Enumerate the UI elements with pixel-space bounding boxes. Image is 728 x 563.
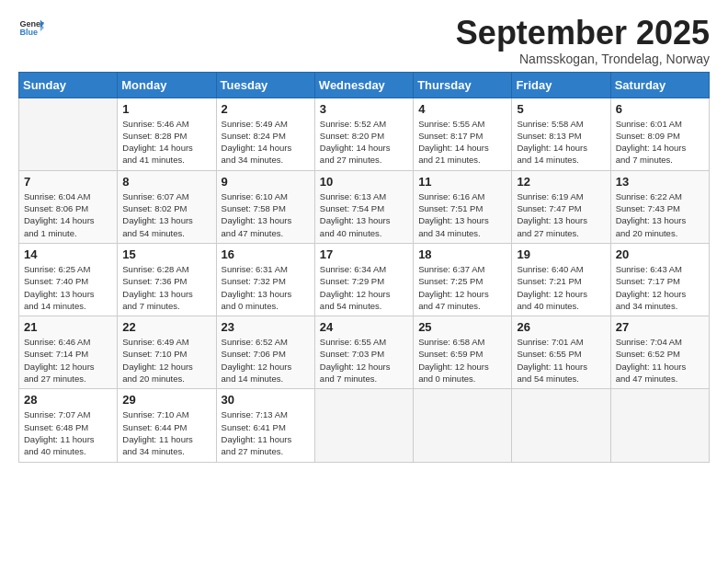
calendar-cell: 20Sunrise: 6:43 AM Sunset: 7:17 PM Dayli… — [610, 243, 709, 316]
day-info: Sunrise: 6:22 AM Sunset: 7:43 PM Dayligh… — [616, 190, 704, 239]
calendar-week-1: 1Sunrise: 5:46 AM Sunset: 8:28 PM Daylig… — [19, 98, 710, 170]
day-number: 14 — [24, 247, 112, 261]
weekday-header-tuesday: Tuesday — [216, 72, 314, 98]
day-number: 27 — [616, 320, 704, 334]
calendar-cell — [512, 389, 610, 462]
day-number: 20 — [616, 247, 704, 261]
calendar-cell: 25Sunrise: 6:58 AM Sunset: 6:59 PM Dayli… — [414, 316, 512, 389]
day-info: Sunrise: 5:55 AM Sunset: 8:17 PM Dayligh… — [418, 118, 506, 167]
day-number: 8 — [122, 175, 210, 189]
svg-text:Blue: Blue — [19, 28, 38, 37]
day-number: 13 — [616, 175, 704, 189]
calendar-cell: 30Sunrise: 7:13 AM Sunset: 6:41 PM Dayli… — [216, 389, 314, 462]
day-info: Sunrise: 6:01 AM Sunset: 8:09 PM Dayligh… — [616, 118, 704, 167]
calendar-cell: 1Sunrise: 5:46 AM Sunset: 8:28 PM Daylig… — [118, 98, 216, 170]
day-number: 10 — [320, 175, 408, 189]
calendar-cell — [19, 98, 118, 170]
calendar-cell — [414, 389, 512, 462]
logo: General Blue — [18, 15, 44, 40]
day-info: Sunrise: 5:49 AM Sunset: 8:24 PM Dayligh… — [222, 118, 310, 167]
day-number: 1 — [122, 102, 210, 116]
day-info: Sunrise: 6:16 AM Sunset: 7:51 PM Dayligh… — [418, 190, 506, 239]
day-number: 2 — [222, 102, 310, 116]
weekday-header-row: SundayMondayTuesdayWednesdayThursdayFrid… — [19, 72, 710, 98]
day-info: Sunrise: 6:40 AM Sunset: 7:21 PM Dayligh… — [517, 263, 605, 312]
calendar-cell: 23Sunrise: 6:52 AM Sunset: 7:06 PM Dayli… — [216, 316, 314, 389]
day-info: Sunrise: 5:46 AM Sunset: 8:28 PM Dayligh… — [122, 118, 210, 167]
calendar-cell: 11Sunrise: 6:16 AM Sunset: 7:51 PM Dayli… — [414, 170, 512, 243]
day-number: 21 — [24, 320, 112, 334]
calendar-cell: 19Sunrise: 6:40 AM Sunset: 7:21 PM Dayli… — [512, 243, 610, 316]
calendar-cell: 6Sunrise: 6:01 AM Sunset: 8:09 PM Daylig… — [610, 98, 709, 170]
day-number: 7 — [24, 175, 112, 189]
day-number: 24 — [320, 320, 408, 334]
day-number: 6 — [616, 102, 704, 116]
calendar-cell: 10Sunrise: 6:13 AM Sunset: 7:54 PM Dayli… — [314, 170, 413, 243]
day-number: 26 — [517, 320, 605, 334]
calendar-cell: 9Sunrise: 6:10 AM Sunset: 7:58 PM Daylig… — [216, 170, 314, 243]
calendar-cell: 15Sunrise: 6:28 AM Sunset: 7:36 PM Dayli… — [118, 243, 216, 316]
day-number: 16 — [222, 247, 310, 261]
day-info: Sunrise: 6:58 AM Sunset: 6:59 PM Dayligh… — [418, 336, 506, 385]
day-number: 5 — [517, 102, 605, 116]
calendar-week-3: 14Sunrise: 6:25 AM Sunset: 7:40 PM Dayli… — [19, 243, 710, 316]
day-info: Sunrise: 6:52 AM Sunset: 7:06 PM Dayligh… — [222, 336, 310, 385]
day-info: Sunrise: 6:28 AM Sunset: 7:36 PM Dayligh… — [122, 263, 210, 312]
calendar-cell — [610, 389, 709, 462]
calendar-cell: 17Sunrise: 6:34 AM Sunset: 7:29 PM Dayli… — [314, 243, 413, 316]
weekday-header-thursday: Thursday — [414, 72, 512, 98]
day-number: 3 — [320, 102, 408, 116]
day-info: Sunrise: 6:13 AM Sunset: 7:54 PM Dayligh… — [320, 190, 408, 239]
calendar-cell: 4Sunrise: 5:55 AM Sunset: 8:17 PM Daylig… — [414, 98, 512, 170]
day-number: 11 — [418, 175, 506, 189]
day-number: 17 — [320, 247, 408, 261]
calendar-cell: 26Sunrise: 7:01 AM Sunset: 6:55 PM Dayli… — [512, 316, 610, 389]
day-number: 12 — [517, 175, 605, 189]
title-block: September 2025 Namsskogan, Trondelag, No… — [456, 15, 710, 66]
calendar-week-4: 21Sunrise: 6:46 AM Sunset: 7:14 PM Dayli… — [19, 316, 710, 389]
day-number: 9 — [222, 175, 310, 189]
day-info: Sunrise: 5:52 AM Sunset: 8:20 PM Dayligh… — [320, 118, 408, 167]
day-info: Sunrise: 6:49 AM Sunset: 7:10 PM Dayligh… — [122, 336, 210, 385]
day-info: Sunrise: 6:34 AM Sunset: 7:29 PM Dayligh… — [320, 263, 408, 312]
weekday-header-wednesday: Wednesday — [314, 72, 413, 98]
calendar-cell: 3Sunrise: 5:52 AM Sunset: 8:20 PM Daylig… — [314, 98, 413, 170]
day-number: 4 — [418, 102, 506, 116]
day-info: Sunrise: 7:07 AM Sunset: 6:48 PM Dayligh… — [24, 408, 112, 457]
day-info: Sunrise: 6:04 AM Sunset: 8:06 PM Dayligh… — [24, 190, 112, 239]
calendar-cell: 16Sunrise: 6:31 AM Sunset: 7:32 PM Dayli… — [216, 243, 314, 316]
day-number: 30 — [222, 393, 310, 407]
page-header: General Blue September 2025 Namsskogan, … — [18, 15, 710, 66]
day-info: Sunrise: 6:07 AM Sunset: 8:02 PM Dayligh… — [122, 190, 210, 239]
calendar-cell: 7Sunrise: 6:04 AM Sunset: 8:06 PM Daylig… — [19, 170, 118, 243]
day-number: 23 — [222, 320, 310, 334]
calendar-cell: 14Sunrise: 6:25 AM Sunset: 7:40 PM Dayli… — [19, 243, 118, 316]
weekday-header-friday: Friday — [512, 72, 610, 98]
calendar-cell: 8Sunrise: 6:07 AM Sunset: 8:02 PM Daylig… — [118, 170, 216, 243]
month-title: September 2025 — [456, 15, 710, 52]
day-number: 28 — [24, 393, 112, 407]
day-info: Sunrise: 6:55 AM Sunset: 7:03 PM Dayligh… — [320, 336, 408, 385]
calendar-cell: 13Sunrise: 6:22 AM Sunset: 7:43 PM Dayli… — [610, 170, 709, 243]
weekday-header-sunday: Sunday — [19, 72, 118, 98]
location-subtitle: Namsskogan, Trondelag, Norway — [456, 52, 710, 66]
day-info: Sunrise: 6:19 AM Sunset: 7:47 PM Dayligh… — [517, 190, 605, 239]
day-info: Sunrise: 6:31 AM Sunset: 7:32 PM Dayligh… — [222, 263, 310, 312]
day-info: Sunrise: 6:25 AM Sunset: 7:40 PM Dayligh… — [24, 263, 112, 312]
calendar-cell: 2Sunrise: 5:49 AM Sunset: 8:24 PM Daylig… — [216, 98, 314, 170]
day-info: Sunrise: 6:46 AM Sunset: 7:14 PM Dayligh… — [24, 336, 112, 385]
day-number: 22 — [122, 320, 210, 334]
calendar-cell: 28Sunrise: 7:07 AM Sunset: 6:48 PM Dayli… — [19, 389, 118, 462]
day-info: Sunrise: 7:10 AM Sunset: 6:44 PM Dayligh… — [122, 408, 210, 457]
calendar-cell: 21Sunrise: 6:46 AM Sunset: 7:14 PM Dayli… — [19, 316, 118, 389]
calendar-cell: 27Sunrise: 7:04 AM Sunset: 6:52 PM Dayli… — [610, 316, 709, 389]
calendar-cell: 18Sunrise: 6:37 AM Sunset: 7:25 PM Dayli… — [414, 243, 512, 316]
calendar-table: SundayMondayTuesdayWednesdayThursdayFrid… — [18, 72, 710, 463]
day-info: Sunrise: 6:43 AM Sunset: 7:17 PM Dayligh… — [616, 263, 704, 312]
calendar-cell: 5Sunrise: 5:58 AM Sunset: 8:13 PM Daylig… — [512, 98, 610, 170]
calendar-cell: 29Sunrise: 7:10 AM Sunset: 6:44 PM Dayli… — [118, 389, 216, 462]
day-number: 19 — [517, 247, 605, 261]
day-info: Sunrise: 7:04 AM Sunset: 6:52 PM Dayligh… — [616, 336, 704, 385]
calendar-cell — [314, 389, 413, 462]
calendar-week-5: 28Sunrise: 7:07 AM Sunset: 6:48 PM Dayli… — [19, 389, 710, 462]
